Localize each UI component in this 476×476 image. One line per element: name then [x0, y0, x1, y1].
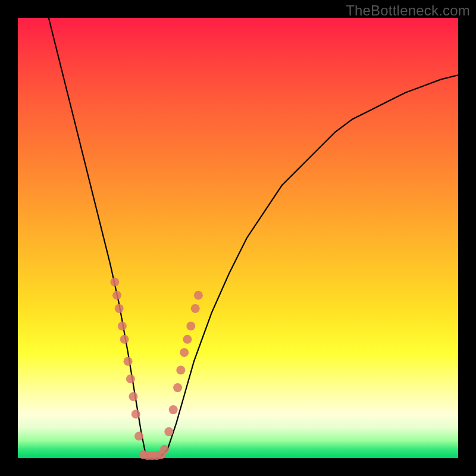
highlight-dots: [110, 278, 203, 461]
curve-layer: [18, 18, 458, 458]
highlight-dot: [115, 304, 124, 313]
highlight-dot: [186, 322, 195, 331]
highlight-dot: [160, 445, 169, 454]
highlight-dot: [131, 410, 140, 419]
chart-frame: TheBottleneck.com: [0, 0, 476, 476]
highlight-dot: [173, 383, 182, 392]
highlight-dot: [164, 427, 173, 436]
highlight-dot: [191, 304, 200, 313]
highlight-dot: [176, 366, 185, 375]
highlight-dot: [118, 322, 127, 331]
highlight-dot: [169, 405, 178, 414]
highlight-dot: [120, 335, 129, 344]
highlight-dot: [183, 335, 192, 344]
highlight-dot: [129, 392, 137, 401]
highlight-dot: [110, 278, 119, 287]
watermark-text: TheBottleneck.com: [346, 2, 470, 19]
highlight-dot: [194, 291, 203, 300]
highlight-dot: [180, 348, 189, 357]
highlight-dot: [126, 374, 135, 383]
highlight-dot: [134, 432, 143, 441]
highlight-dot: [124, 357, 133, 366]
highlight-dot: [112, 291, 121, 300]
bottleneck-curve: [49, 18, 458, 458]
